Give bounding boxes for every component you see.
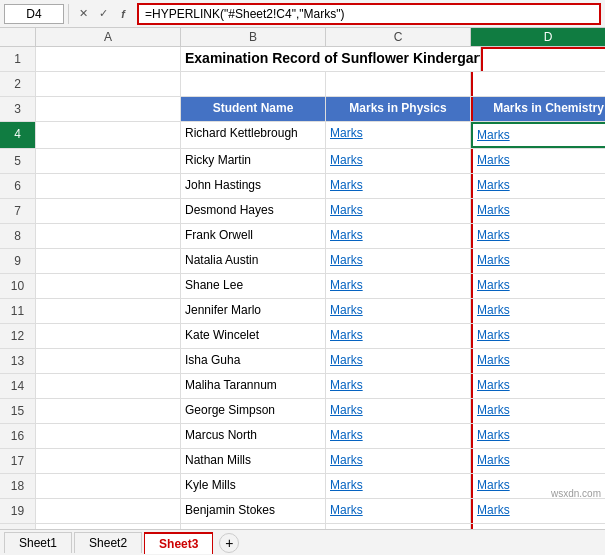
hyperlink-d5[interactable]: Marks [477,153,510,167]
cell-a7[interactable] [36,199,181,223]
cell-d6[interactable]: Marks [471,174,605,198]
add-sheet-button[interactable]: + [219,533,239,553]
cell-a2[interactable] [36,72,181,96]
hyperlink-c9[interactable]: Marks [330,253,363,267]
hyperlink-d12[interactable]: Marks [477,328,510,342]
cell-d11[interactable]: Marks [471,299,605,323]
cell-a10[interactable] [36,274,181,298]
cell-c9[interactable]: Marks [326,249,471,273]
sheet-tab-3[interactable]: Sheet3 [144,532,213,554]
cell-c19[interactable]: Marks [326,499,471,523]
hyperlink-d6[interactable]: Marks [477,178,510,192]
cell-d8[interactable]: Marks [471,224,605,248]
cell-a13[interactable] [36,349,181,373]
cell-a19[interactable] [36,499,181,523]
cell-b12[interactable]: Kate Wincelet [181,324,326,348]
cell-a9[interactable] [36,249,181,273]
cell-c18[interactable]: Marks [326,474,471,498]
sheet-tab-2[interactable]: Sheet2 [74,532,142,553]
cell-c13[interactable]: Marks [326,349,471,373]
cell-d3-chemistry[interactable]: Marks in Chemistry [471,97,605,121]
hyperlink-c6[interactable]: Marks [330,178,363,192]
cell-a12[interactable] [36,324,181,348]
hyperlink-c7[interactable]: Marks [330,203,363,217]
cell-b8[interactable]: Frank Orwell [181,224,326,248]
cell-a3[interactable] [36,97,181,121]
hyperlink-d4[interactable]: Marks [477,128,510,142]
hyperlink-d9[interactable]: Marks [477,253,510,267]
cell-b9[interactable]: Natalia Austin [181,249,326,273]
cell-b16[interactable]: Marcus North [181,424,326,448]
hyperlink-d8[interactable]: Marks [477,228,510,242]
hyperlink-d14[interactable]: Marks [477,378,510,392]
cell-c12[interactable]: Marks [326,324,471,348]
cell-d15[interactable]: Marks [471,399,605,423]
cell-b1[interactable]: Examination Record of Sunflower Kinderga… [181,47,481,71]
cell-c3-physics[interactable]: Marks in Physics [326,97,471,121]
hyperlink-c10[interactable]: Marks [330,278,363,292]
cell-b5[interactable]: Ricky Martin [181,149,326,173]
hyperlink-c14[interactable]: Marks [330,378,363,392]
hyperlink-c19[interactable]: Marks [330,503,363,517]
hyperlink-c15[interactable]: Marks [330,403,363,417]
cell-a1[interactable] [36,47,181,71]
hyperlink-c16[interactable]: Marks [330,428,363,442]
hyperlink-d11[interactable]: Marks [477,303,510,317]
hyperlink-c5[interactable]: Marks [330,153,363,167]
cell-b17[interactable]: Nathan Mills [181,449,326,473]
col-header-d[interactable]: D [471,28,605,46]
cell-b6[interactable]: John Hastings [181,174,326,198]
cell-c8[interactable]: Marks [326,224,471,248]
cell-reference-box[interactable] [4,4,64,24]
hyperlink-d16[interactable]: Marks [477,428,510,442]
cell-a4[interactable] [36,122,181,148]
cell-d10[interactable]: Marks [471,274,605,298]
cell-d19[interactable]: Marks [471,499,605,523]
cell-a11[interactable] [36,299,181,323]
hyperlink-c17[interactable]: Marks [330,453,363,467]
hyperlink-d15[interactable]: Marks [477,403,510,417]
cancel-icon[interactable]: ✕ [73,4,93,24]
cell-d2[interactable] [471,72,605,96]
cell-b2[interactable] [181,72,326,96]
cell-c5[interactable]: Marks [326,149,471,173]
hyperlink-c11[interactable]: Marks [330,303,363,317]
cell-d1[interactable] [481,47,605,71]
cell-c6[interactable]: Marks [326,174,471,198]
cell-b19[interactable]: Benjamin Stokes [181,499,326,523]
hyperlink-c4[interactable]: Marks [330,126,363,140]
cell-d14[interactable]: Marks [471,374,605,398]
cell-b14[interactable]: Maliha Tarannum [181,374,326,398]
cell-d16[interactable]: Marks [471,424,605,448]
hyperlink-d18[interactable]: Marks [477,478,510,492]
cell-b11[interactable]: Jennifer Marlo [181,299,326,323]
hyperlink-d17[interactable]: Marks [477,453,510,467]
cell-b3-student-name[interactable]: Student Name [181,97,326,121]
cell-c7[interactable]: Marks [326,199,471,223]
hyperlink-c8[interactable]: Marks [330,228,363,242]
hyperlink-c18[interactable]: Marks [330,478,363,492]
cell-c10[interactable]: Marks [326,274,471,298]
cell-b7[interactable]: Desmond Hayes [181,199,326,223]
cell-c17[interactable]: Marks [326,449,471,473]
cell-c2[interactable] [326,72,471,96]
cell-a5[interactable] [36,149,181,173]
cell-d9[interactable]: Marks [471,249,605,273]
cell-d5[interactable]: Marks [471,149,605,173]
cell-a6[interactable] [36,174,181,198]
cell-c14[interactable]: Marks [326,374,471,398]
cell-c11[interactable]: Marks [326,299,471,323]
confirm-icon[interactable]: ✓ [93,4,113,24]
hyperlink-c12[interactable]: Marks [330,328,363,342]
cell-a14[interactable] [36,374,181,398]
cell-c15[interactable]: Marks [326,399,471,423]
formula-bar[interactable]: =HYPERLINK("#Sheet2!C4","Marks") [137,3,601,25]
cell-d13[interactable]: Marks [471,349,605,373]
col-header-a[interactable]: A [36,28,181,46]
col-header-c[interactable]: C [326,28,471,46]
cell-d12[interactable]: Marks [471,324,605,348]
hyperlink-d7[interactable]: Marks [477,203,510,217]
cell-b4[interactable]: Richard Kettlebrough [181,122,326,148]
sheet-tab-1[interactable]: Sheet1 [4,532,72,553]
col-header-b[interactable]: B [181,28,326,46]
